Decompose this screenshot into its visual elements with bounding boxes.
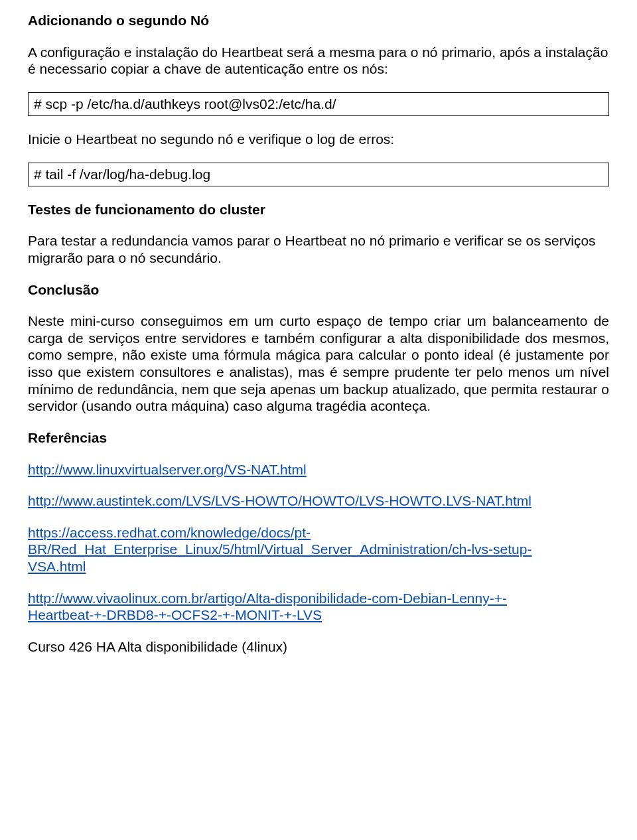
- reference-4: http://www.vivaolinux.com.br/artigo/Alta…: [28, 590, 609, 624]
- reference-1: http://www.linuxvirtualserver.org/VS-NAT…: [28, 461, 609, 478]
- document-page: Adicionando o segundo Nó A configuração …: [0, 0, 637, 840]
- heading-adicionando: Adicionando o segundo Nó: [28, 12, 609, 29]
- paragraph-conclusao: Neste mini-curso conseguimos em um curto…: [28, 313, 609, 415]
- heading-conclusao: Conclusão: [28, 281, 609, 299]
- course-footer: Curso 426 HA Alta disponibilidade (4linu…: [28, 638, 609, 656]
- heading-referencias: Referências: [28, 429, 609, 447]
- reference-link-1[interactable]: http://www.linuxvirtualserver.org/VS-NAT…: [28, 462, 307, 477]
- paragraph-inicie: Inicie o Heartbeat no segundo nó e verif…: [28, 131, 609, 148]
- code-scp: # scp -p /etc/ha.d/authkeys root@lvs02:/…: [28, 92, 609, 116]
- reference-link-3a[interactable]: https://access.redhat.com/knowledge/docs…: [28, 525, 311, 540]
- reference-link-4b[interactable]: Heartbeat-+-DRBD8-+-OCFS2-+-MONIT-+-LVS: [28, 607, 322, 622]
- reference-2: http://www.austintek.com/LVS/LVS-HOWTO/H…: [28, 492, 609, 510]
- paragraph-intro: A configuração e instalação do Heartbeat…: [28, 44, 609, 78]
- reference-link-2[interactable]: http://www.austintek.com/LVS/LVS-HOWTO/H…: [28, 493, 531, 508]
- reference-link-3c[interactable]: VSA.html: [28, 559, 86, 574]
- paragraph-testes: Para testar a redundancia vamos parar o …: [28, 232, 609, 266]
- reference-link-4a[interactable]: http://www.vivaolinux.com.br/artigo/Alta…: [28, 591, 507, 606]
- code-tail: # tail -f /var/log/ha-debug.log: [28, 163, 609, 186]
- heading-testes: Testes de funcionamento do cluster: [28, 201, 609, 218]
- reference-link-3b[interactable]: BR/Red_Hat_Enterprise_Linux/5/html/Virtu…: [28, 541, 531, 557]
- reference-3: https://access.redhat.com/knowledge/docs…: [28, 524, 609, 575]
